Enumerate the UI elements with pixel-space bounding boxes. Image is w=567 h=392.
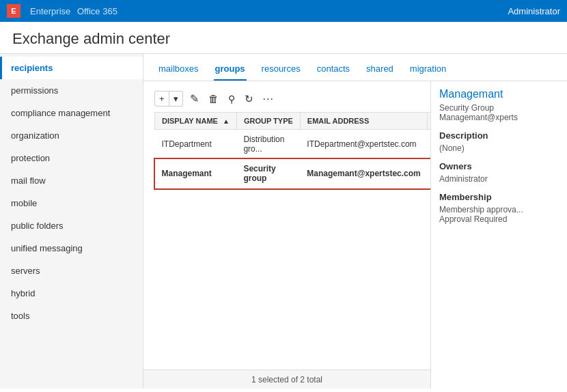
groups-table-container: DISPLAY NAME ▲ GROUP TYPE EMAIL ADDRESS [143,112,430,369]
edit-button[interactable]: ✎ [187,91,202,107]
cell-group-type: Distribution gro... [236,130,300,159]
top-bar: E Enterprise Office 365 Administrator [0,0,567,22]
groups-table: DISPLAY NAME ▲ GROUP TYPE EMAIL ADDRESS [154,112,430,188]
add-button[interactable]: + [155,92,169,106]
delete-button[interactable]: 🗑 [206,92,221,106]
sidebar-item-protection[interactable]: protection [0,147,143,169]
add-dropdown-button[interactable]: ▾ [169,92,182,106]
detail-owners-value: Administrator [439,174,559,184]
sidebar-item-unified-messaging[interactable]: unified messaging [0,237,143,260]
sidebar-item-public-folders[interactable]: public folders [0,214,143,237]
sidebar-item-mail-flow[interactable]: mail flow [0,169,143,192]
detail-panel: Managemant Security Group Managemant@xpe… [430,81,567,389]
main-layout: recipients permissions compliance manage… [0,54,567,389]
sidebar-item-hybrid[interactable]: hybrid [0,282,143,305]
app-title: Exchange admin center [12,30,555,48]
sidebar-item-compliance[interactable]: compliance management [0,102,143,124]
detail-section-description: Description (None) [439,130,559,153]
sidebar-item-servers[interactable]: servers [0,260,143,282]
top-bar-left: E Enterprise Office 365 [7,4,117,18]
toolbar: + ▾ ✎ 🗑 ⚲ ↻ ··· [143,88,430,112]
detail-owners-title: Owners [439,161,559,171]
admin-label: Administrator [508,6,560,16]
detail-subtitle: Security Group Managemant@xperts [439,103,559,122]
tab-mailboxes[interactable]: mailboxes [157,59,200,81]
sidebar-item-permissions[interactable]: permissions [0,79,143,102]
sidebar-item-recipients[interactable]: recipients [0,57,143,79]
app-header: Exchange admin center [0,22,567,54]
col-group-type: GROUP TYPE [236,113,300,130]
sort-arrow: ▲ [223,117,230,125]
refresh-button[interactable]: ↻ [242,92,256,107]
sidebar-item-mobile[interactable]: mobile [0,192,143,214]
table-row[interactable]: ITDepartment Distribution gro... ITDepar… [155,130,431,159]
tab-resources[interactable]: resources [260,59,302,81]
enterprise-logo: E [7,4,20,18]
detail-description-title: Description [439,130,559,141]
tab-shared[interactable]: shared [365,59,395,81]
sidebar-item-organization[interactable]: organization [0,124,143,147]
table-area: + ▾ ✎ 🗑 ⚲ ↻ ··· DISPLAY [143,81,430,389]
nav-tabs: mailboxes groups resources contacts shar… [143,54,567,81]
add-button-group[interactable]: + ▾ [154,91,183,107]
tab-groups[interactable]: groups [214,59,247,81]
cell-group-type-selected: Security group [236,159,300,188]
status-bar: 1 selected of 2 total [143,369,430,389]
detail-title: Managemant [439,88,559,100]
sidebar: recipients permissions compliance manage… [0,54,143,389]
status-text: 1 selected of 2 total [251,375,322,384]
sidebar-item-tools[interactable]: tools [0,305,143,327]
col-display-name[interactable]: DISPLAY NAME ▲ [155,113,237,130]
cell-display-name: ITDepartment [155,130,237,159]
cell-email-selected: Managemant@xpertstec.com [300,159,427,188]
detail-membership-value: Membership approva... Approval Required [439,205,559,224]
cell-display-name-selected: Managemant [155,159,237,188]
top-bar-product: Enterprise Office 365 [26,6,117,16]
detail-membership-title: Membership [439,192,559,202]
main-content: mailboxes groups resources contacts shar… [143,54,567,389]
detail-description-value: (None) [439,143,559,153]
tab-contacts[interactable]: contacts [316,59,351,81]
table-row-selected[interactable]: Managemant Security group Managemant@xpe… [155,159,431,188]
col-email-address: EMAIL ADDRESS [300,113,427,130]
cell-email: ITDepartment@xpertstec.com [300,130,427,159]
tab-migration[interactable]: migration [409,59,447,81]
more-button[interactable]: ··· [260,92,277,107]
detail-section-membership: Membership Membership approva... Approva… [439,192,559,224]
content-area: + ▾ ✎ 🗑 ⚲ ↻ ··· DISPLAY [143,81,567,389]
detail-section-owners: Owners Administrator [439,161,559,184]
search-button[interactable]: ⚲ [225,92,238,106]
